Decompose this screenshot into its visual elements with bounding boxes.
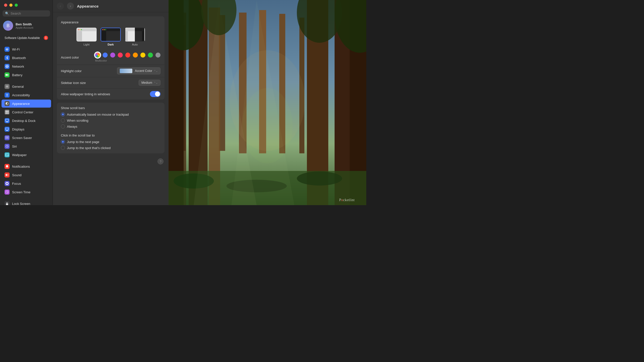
sidebar-item-desktop-dock-label: Desktop & Dock xyxy=(12,119,35,123)
sidebar: 🔍 B Ben Smith Apple Account Software Upd… xyxy=(0,0,53,205)
sidebar-item-control-center-label: Control Center xyxy=(12,110,33,114)
sidebar-item-bluetooth[interactable]: Bluetooth xyxy=(2,54,51,62)
sidebar-item-network[interactable]: Network xyxy=(2,62,51,70)
sidebar-item-desktop-dock[interactable]: Desktop & Dock xyxy=(2,117,51,125)
accent-color-swatches xyxy=(95,53,160,58)
background-area: Pocketlint xyxy=(169,0,366,205)
minimize-button[interactable] xyxy=(9,4,13,7)
sidebar-item-accessibility[interactable]: Accessibility xyxy=(2,91,51,99)
accent-color-label: Accent color xyxy=(61,56,95,59)
sidebar-item-screen-time-label: Screen Time xyxy=(12,190,30,194)
click-spot-option[interactable]: Jump to the spot that's clicked xyxy=(61,146,160,150)
battery-icon xyxy=(5,72,10,77)
click-next-page-option[interactable]: Jump to the next page xyxy=(61,140,160,144)
scroll-always-label: Always xyxy=(67,125,77,128)
accent-dot-yellow[interactable] xyxy=(140,53,145,58)
sidebar-item-battery[interactable]: Battery xyxy=(2,71,51,79)
accent-dot-red[interactable] xyxy=(125,53,130,58)
sidebar-icon-size-control[interactable]: Medium ⌃⌄ xyxy=(139,80,160,86)
sidebar-item-battery-label: Battery xyxy=(12,73,22,77)
sidebar-item-focus-label: Focus xyxy=(12,182,21,186)
scroll-when-scrolling-option[interactable]: When scrolling xyxy=(61,118,160,122)
back-button[interactable]: ‹ xyxy=(57,3,64,10)
click-spot-radio[interactable] xyxy=(61,146,65,150)
wallpaper-tinting-row: Allow wallpaper tinting in windows xyxy=(57,88,165,100)
svg-rect-9 xyxy=(6,111,7,112)
sidebar-item-siri[interactable]: Siri xyxy=(2,142,51,150)
sidebar-item-lock-screen[interactable]: Lock Screen xyxy=(2,200,51,205)
appearance-section: Appearance xyxy=(57,16,165,100)
accent-dot-purple[interactable] xyxy=(110,53,115,58)
sidebar-item-displays-label: Displays xyxy=(12,127,24,131)
scroll-when-scrolling-radio[interactable] xyxy=(61,118,65,122)
forward-button[interactable]: › xyxy=(67,3,74,10)
svg-rect-10 xyxy=(7,111,9,112)
sidebar-item-screen-time[interactable]: Screen Time xyxy=(2,188,51,196)
sidebar-item-screen-saver[interactable]: Screen Saver xyxy=(2,134,51,142)
sidebar-item-focus[interactable]: Focus xyxy=(2,179,51,188)
accent-dot-blue[interactable] xyxy=(103,53,108,58)
wifi-icon xyxy=(5,47,10,52)
sidebar-item-appearance[interactable]: Appearance xyxy=(2,100,51,108)
siri-icon xyxy=(5,144,10,149)
sidebar-item-lock-screen-label: Lock Screen xyxy=(12,202,30,205)
user-profile[interactable]: B Ben Smith Apple Account xyxy=(0,19,53,34)
appearance-option-dark[interactable]: Dark xyxy=(101,28,121,46)
scroll-auto-label: Automatically based on mouse or trackpad xyxy=(67,113,129,116)
sidebar-item-wallpaper[interactable]: Wallpaper xyxy=(2,151,51,159)
scroll-bars-title: Show scroll bars xyxy=(61,106,160,110)
sidebar-item-siri-label: Siri xyxy=(12,145,17,148)
search-input[interactable] xyxy=(11,12,48,15)
close-button[interactable] xyxy=(4,4,7,7)
sidebar-item-accessibility-label: Accessibility xyxy=(12,93,30,97)
help-button[interactable]: ? xyxy=(157,158,164,164)
sidebar-item-sound-label: Sound xyxy=(12,173,22,177)
accent-dot-green[interactable] xyxy=(148,53,153,58)
svg-text:Pocketlint: Pocketlint xyxy=(339,198,355,202)
sidebar-item-displays[interactable]: Displays xyxy=(2,125,51,133)
accent-color-row: Accent color xyxy=(57,50,165,65)
sidebar-item-appearance-label: Appearance xyxy=(12,102,30,106)
settings-panel: Appearance xyxy=(53,12,169,170)
accessibility-icon xyxy=(5,93,10,98)
highlight-color-control[interactable]: Accent Color ⌃⌄ xyxy=(117,67,160,74)
sidebar-item-wifi[interactable]: Wi-Fi xyxy=(2,45,51,53)
accent-dot-orange[interactable] xyxy=(133,53,138,58)
software-update-label: Software Update Available xyxy=(5,36,44,40)
accent-dot-pink[interactable] xyxy=(118,53,123,58)
sidebar-item-wallpaper-label: Wallpaper xyxy=(12,153,27,157)
highlight-color-dropdown[interactable]: Accent Color ⌃⌄ xyxy=(117,67,160,74)
appearance-option-light[interactable]: Light xyxy=(76,28,97,46)
screen-time-icon xyxy=(5,190,10,195)
network-icon xyxy=(5,64,10,69)
sidebar-item-general[interactable]: General xyxy=(2,82,51,90)
search-box[interactable]: 🔍 xyxy=(3,10,50,17)
user-info: Ben Smith Apple Account xyxy=(16,22,33,29)
click-next-page-radio[interactable] xyxy=(61,140,65,144)
appearance-option-auto[interactable]: Auto xyxy=(125,28,145,46)
traffic-lights xyxy=(0,0,53,9)
accent-dot-graphite[interactable] xyxy=(155,53,160,58)
scroll-always-radio[interactable] xyxy=(61,124,65,128)
scroll-auto-radio[interactable] xyxy=(61,112,65,116)
accent-dot-multicolor[interactable] xyxy=(95,53,100,58)
sidebar-item-sound[interactable]: Sound xyxy=(2,171,51,179)
sound-icon xyxy=(5,172,10,177)
highlight-color-value: Accent Color xyxy=(135,69,152,73)
sidebar-item-notifications[interactable]: Notifications xyxy=(2,162,51,170)
svg-rect-11 xyxy=(6,112,7,114)
scroll-auto-option[interactable]: Automatically based on mouse or trackpad xyxy=(61,112,160,116)
wallpaper-tinting-toggle[interactable] xyxy=(150,91,160,97)
sidebar-item-control-center[interactable]: Control Center xyxy=(2,108,51,116)
sidebar-icon-size-label: Sidebar icon size xyxy=(61,81,139,85)
sidebar-icon-size-row: Sidebar icon size Medium ⌃⌄ xyxy=(57,77,165,88)
software-update-item[interactable]: Software Update Available 1 xyxy=(2,34,51,41)
svg-rect-14 xyxy=(6,122,8,122)
sidebar-item-general-label: General xyxy=(12,85,24,88)
accent-color-control: Multicolor xyxy=(95,53,160,62)
scroll-always-option[interactable]: Always xyxy=(61,124,160,128)
svg-rect-12 xyxy=(7,112,9,114)
sidebar-icon-size-dropdown[interactable]: Medium ⌃⌄ xyxy=(139,80,160,86)
bluetooth-icon xyxy=(5,55,10,60)
maximize-button[interactable] xyxy=(15,4,18,7)
